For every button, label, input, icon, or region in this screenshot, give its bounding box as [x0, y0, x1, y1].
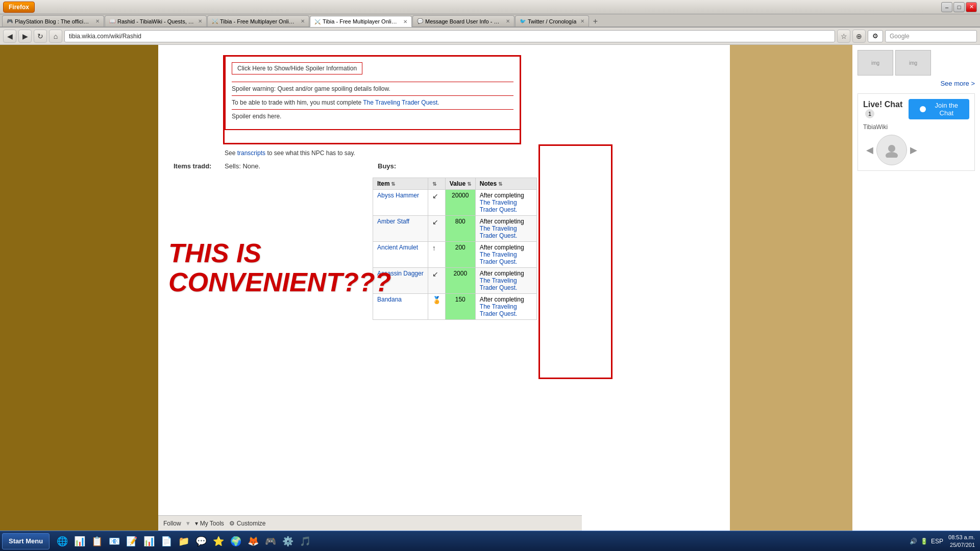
taskbar: Start Menu 🌐 📊 📋 📧 📝 📊 📄 📁 💬 ⭐ 🌍 🦊 🎮 ⚙️ … [0, 531, 980, 551]
spoiler-box: Click Here to Show/Hide Spoiler Informat… [225, 55, 521, 130]
tab-label-5: Message Board User Info - GameFAQs [425, 18, 502, 24]
tab-close-4[interactable]: ✕ [403, 19, 407, 24]
tab-playstation[interactable]: 🎮 PlayStation Blog : The official Pla...… [2, 15, 104, 27]
tab-close-3[interactable]: ✕ [301, 18, 305, 24]
spoiler-divider-top [232, 82, 513, 82]
taskbar-icon-13[interactable]: 🎮 [263, 534, 278, 549]
notes-quest-link-2[interactable]: The Traveling Trader Quest. [480, 225, 518, 239]
tab-twitter[interactable]: 🐦 Twitter / Cronología ✕ [515, 15, 589, 27]
svg-point-0 [888, 145, 895, 152]
notes-quest-link-5[interactable]: The Traveling Trader Quest. [480, 303, 518, 317]
start-button[interactable]: Start Menu [2, 533, 50, 549]
taskbar-icon-3[interactable]: 📋 [89, 534, 105, 549]
taskbar-icon-1[interactable]: 🌐 [55, 534, 70, 549]
bottom-toolbar: Follow ▾ ▾ My Tools ⚙ Customize [158, 515, 582, 531]
table-row: Abyss Hammer ↙ 20000 After completing Th… [373, 190, 537, 216]
taskbar-icon-8[interactable]: 📁 [176, 534, 191, 549]
tab-close-6[interactable]: ✕ [580, 18, 584, 24]
item-link-4[interactable]: Assassin Dagger [377, 270, 424, 277]
table-row: Amber Staff ↙ 800 After completing The T… [373, 216, 537, 242]
reload-button[interactable]: ↻ [34, 30, 47, 43]
search-box[interactable]: Google [885, 30, 977, 42]
join-chat-button[interactable]: Join the Chat [909, 99, 969, 119]
zoom-button[interactable]: ⊕ [852, 30, 866, 43]
taskbar-icon-5[interactable]: 📝 [124, 534, 139, 549]
back-button[interactable]: ◀ [3, 30, 16, 43]
item-link-3[interactable]: Ancient Amulet [377, 244, 418, 251]
avatar-next-button[interactable]: ▶ [907, 144, 920, 156]
follow-button[interactable]: Follow [163, 520, 181, 527]
tibiawiki-label: TibiaWiki [863, 123, 969, 131]
sidebar-images: img img [857, 50, 975, 76]
tab-tibia-2-active[interactable]: ⚔️ Tibia - Free Multiplayer Online Role … [310, 16, 412, 27]
browser-chrome: Firefox – □ ✕ 🎮 PlayStation Blog : The o… [0, 0, 980, 45]
traveling-trader-quest-link[interactable]: The Traveling Trader Quest [363, 99, 437, 106]
notes-cell-3: After completing The Traveling Trader Qu… [475, 242, 536, 268]
notes-quest-link-1[interactable]: The Traveling Trader Quest. [480, 199, 518, 213]
title-bar: Firefox – □ ✕ [0, 0, 980, 14]
minimize-button[interactable]: – [941, 2, 952, 12]
window-controls: – □ ✕ [941, 2, 977, 12]
tab-label-1: PlayStation Blog : The official Pla... [15, 18, 91, 24]
taskbar-icon-2[interactable]: 📊 [72, 534, 87, 549]
taskbar-icon-4[interactable]: 📧 [107, 534, 122, 549]
bookmark-button[interactable]: ☆ [837, 30, 850, 43]
taskbar-icon-12[interactable]: 🦊 [246, 534, 261, 549]
see-more-link[interactable]: See more > [857, 80, 975, 87]
tab-label-2: Rashid - TibiaWiki - Quests, Items, Sp..… [117, 18, 194, 24]
buys-label: Buys: [378, 162, 396, 170]
tab-rashid[interactable]: 📖 Rashid - TibiaWiki - Quests, Items, Sp… [105, 15, 207, 27]
tab-close-1[interactable]: ✕ [95, 18, 100, 24]
extensions-area: ⚙ [868, 30, 883, 42]
tab-close-2[interactable]: ✕ [198, 18, 202, 24]
taskbar-icon-14[interactable]: ⚙️ [280, 534, 296, 549]
taskbar-icon-6[interactable]: 📊 [141, 534, 157, 549]
taskbar-icon-9[interactable]: 💬 [193, 534, 209, 549]
join-chat-toggle [915, 105, 927, 113]
new-tab-button[interactable]: + [590, 16, 601, 27]
live-chat-section: Live! Chat 1 Join the Chat TibiaWiki ◀ ▶ [857, 93, 975, 171]
col-header-item[interactable]: Item [373, 178, 428, 190]
col-header-icon [428, 178, 445, 190]
item-link-1[interactable]: Abyss Hammer [377, 192, 419, 199]
tab-favicon-3: ⚔️ [212, 18, 218, 24]
tab-gamefaqs[interactable]: 💬 Message Board User Info - GameFAQs ✕ [412, 15, 514, 27]
firefox-menu-button[interactable]: Firefox [3, 2, 35, 13]
tab-favicon-1: 🎮 [7, 18, 13, 24]
value-cell-1: 20000 [445, 190, 475, 216]
table-row: Assassin Dagger ↙ 2000 After completing … [373, 268, 537, 294]
gear-icon: ⚙ [229, 520, 235, 527]
maximize-button[interactable]: □ [953, 2, 965, 12]
taskbar-icon-15[interactable]: 🎵 [298, 534, 313, 549]
item-link-2[interactable]: Amber Staff [377, 218, 409, 225]
taskbar-icon-7[interactable]: 📄 [159, 534, 174, 549]
notes-quest-link-3[interactable]: The Traveling Trader Quest. [480, 251, 518, 265]
address-bar[interactable]: tibia.wikia.com/wiki/Rashid [64, 30, 835, 42]
customize-button[interactable]: ⚙ Customize [229, 520, 266, 527]
taskbar-icon-10[interactable]: ⭐ [211, 534, 226, 549]
col-header-value[interactable]: Value [445, 178, 475, 190]
my-tools-button[interactable]: ▾ My Tools [195, 520, 224, 527]
tab-tibia-1[interactable]: ⚔️ Tibia - Free Multiplayer Online Role … [207, 15, 309, 27]
forward-button[interactable]: ▶ [18, 30, 32, 43]
tab-favicon-6: 🐦 [520, 18, 526, 24]
avatar-icon [884, 142, 899, 158]
taskbar-icon-11[interactable]: 🌍 [228, 534, 243, 549]
tab-close-5[interactable]: ✕ [506, 18, 510, 24]
notes-quest-link-4[interactable]: The Traveling Trader Quest. [480, 277, 518, 291]
taskbar-icons: 🌐 📊 📋 📧 📝 📊 📄 📁 💬 ⭐ 🌍 🦊 🎮 ⚙️ 🎵 [55, 534, 313, 549]
avatar-prev-button[interactable]: ◀ [863, 144, 876, 156]
col-header-notes[interactable]: Notes [475, 178, 536, 190]
home-button[interactable]: ⌂ [49, 30, 62, 43]
transcripts-link[interactable]: transcripts [237, 149, 265, 157]
close-button[interactable]: ✕ [966, 2, 977, 12]
value-cell-2: 800 [445, 216, 475, 242]
spoiler-toggle-button[interactable]: Click Here to Show/Hide Spoiler Informat… [232, 62, 362, 74]
item-link-5[interactable]: Bandana [377, 296, 402, 303]
chat-badge: 1 [865, 109, 874, 118]
sort-icon-2: ↙ [428, 216, 445, 242]
sort-icon-4: ↙ [428, 268, 445, 294]
table-row: Ancient Amulet ↑ 200 After completing Th… [373, 242, 537, 268]
svg-point-1 [886, 152, 898, 158]
big-red-text: THIS IS CONVENIENT??? [168, 239, 391, 297]
